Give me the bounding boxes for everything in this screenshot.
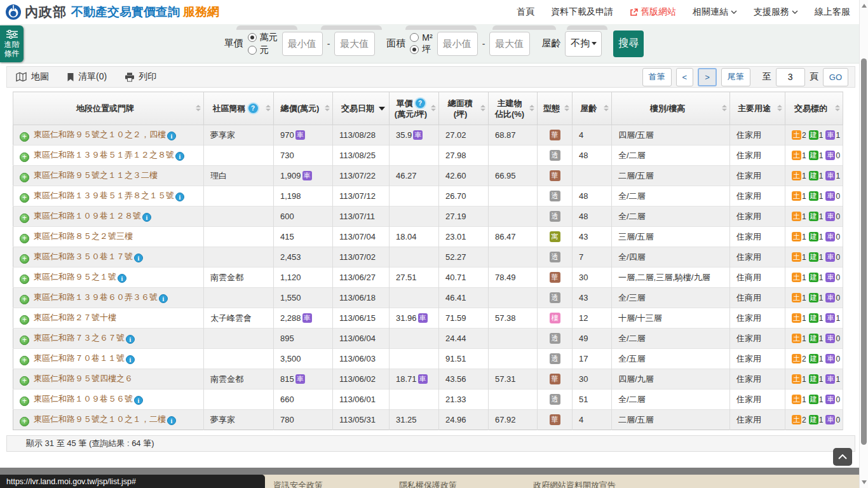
address-text[interactable]: 東區仁和路８５之２號三樓 (34, 231, 133, 241)
column-header[interactable]: 交易標的 (785, 92, 843, 125)
info-icon[interactable]: i (134, 254, 143, 262)
address-text[interactable]: 東區仁和路７３之６７號 (34, 333, 125, 342)
info-icon[interactable]: i (167, 132, 176, 140)
page-number-input[interactable] (776, 68, 805, 86)
map-view-button[interactable]: 地圖 (16, 71, 49, 83)
scroll-down-arrow-icon[interactable] (862, 480, 867, 484)
back-to-top-button[interactable] (833, 448, 852, 466)
go-button[interactable]: GO (823, 68, 848, 86)
scroll-up-arrow-icon[interactable] (862, 4, 867, 8)
expand-row-icon[interactable]: + (20, 254, 29, 264)
expand-row-icon[interactable]: + (20, 315, 29, 325)
expand-row-icon[interactable]: + (20, 396, 29, 406)
address-text[interactable]: 東區仁和路９５號之１０之２，四樓 (34, 130, 166, 139)
prev-page-button[interactable]: < (676, 68, 694, 86)
nav-item[interactable]: 支援服務 (754, 6, 798, 18)
community-cell: 南雲金都 (204, 369, 274, 390)
area-unit-option[interactable]: M² (410, 32, 432, 43)
main-building-ratio-cell (489, 329, 538, 349)
parking-included-badge: 車 (302, 313, 312, 323)
nav-item[interactable]: 首頁 (517, 6, 534, 18)
community-cell (204, 349, 274, 369)
column-header[interactable]: 主要用途 (730, 92, 785, 125)
column-header[interactable]: 社區簡稱? (204, 92, 274, 125)
info-icon[interactable]: i (126, 355, 135, 364)
unit-price-max-input[interactable] (334, 32, 375, 56)
info-icon[interactable]: i (175, 193, 184, 201)
column-header[interactable]: 單價?(萬元/坪) (390, 92, 439, 125)
age-select[interactable]: 不拘 (565, 31, 602, 57)
column-header[interactable]: 型態 (538, 92, 573, 125)
address-text[interactable]: 東區仁和路２７號十樓 (34, 313, 116, 322)
last-page-button[interactable]: 尾筆 (721, 68, 750, 86)
info-icon[interactable]: i (134, 396, 143, 405)
deal-targets-cell: 土1建1車0 (785, 268, 843, 288)
saved-list-button[interactable]: 清單(0) (67, 71, 107, 83)
expand-row-icon[interactable]: + (20, 214, 29, 223)
expand-row-icon[interactable]: + (20, 336, 29, 345)
print-button[interactable]: 列印 (125, 71, 156, 83)
expand-row-icon[interactable]: + (20, 274, 29, 284)
unit-price-unit-option[interactable]: 元 (248, 44, 278, 56)
nav-item[interactable]: 資料下載及申請 (551, 6, 613, 18)
column-header[interactable]: 交易日期 (333, 92, 390, 125)
building-type-cell: 透 (538, 288, 573, 308)
address-text[interactable]: 東區仁和路１０９巷１２８號 (34, 211, 141, 220)
expand-row-icon[interactable]: + (20, 152, 29, 162)
address-text[interactable]: 東區仁和路９５號之１０之１，二樓 (34, 414, 166, 424)
address-text[interactable]: 東區仁和路９５之１號 (34, 272, 116, 281)
search-button[interactable]: 搜尋 (613, 30, 644, 57)
expand-row-icon[interactable]: + (20, 417, 29, 426)
unit-price-min-input[interactable] (282, 32, 323, 56)
area-max-input[interactable] (489, 32, 530, 56)
info-icon[interactable]: i (118, 274, 126, 283)
address-text[interactable]: 東區仁和路１３９巷６０弄３６號 (34, 292, 158, 302)
nav-item[interactable]: 相關連結 (693, 6, 737, 18)
address-text[interactable]: 東區仁和路１３９巷５１弄８之１５號 (34, 191, 174, 200)
help-icon[interactable]: ? (416, 98, 425, 108)
first-page-button[interactable]: 首筆 (642, 68, 672, 86)
vertical-scrollbar[interactable] (859, 0, 868, 488)
address-text[interactable]: 東區仁和路１０９巷５６號 (34, 394, 133, 403)
footer-link[interactable]: 隱私權保護政策 (399, 480, 457, 488)
unit-price-unit-option[interactable]: 萬元 (248, 32, 278, 43)
info-icon[interactable]: i (167, 416, 176, 425)
footer-link[interactable]: 資訊安全政策 (273, 480, 323, 488)
help-icon[interactable]: ? (248, 104, 258, 113)
address-text[interactable]: 東區仁和路９５號四樓之６ (34, 374, 133, 383)
column-header[interactable]: 總價(萬元) (274, 92, 333, 125)
nav-item[interactable]: 舊版網站 (630, 6, 676, 18)
advanced-conditions-button[interactable]: 進階 條件 (0, 25, 24, 62)
info-icon[interactable]: i (175, 152, 184, 161)
footer-link[interactable]: 政府網站資料開放宣告 (533, 480, 616, 488)
column-header[interactable]: 主建物佔比(%) (489, 92, 538, 125)
expand-row-icon[interactable]: + (20, 234, 29, 243)
info-icon[interactable]: i (126, 335, 135, 344)
next-page-button[interactable]: > (698, 68, 717, 86)
deal-building-badge: 建 (809, 171, 818, 180)
date-cell: 113/07/22 (333, 166, 390, 186)
column-header[interactable]: 地段位置或門牌 (13, 92, 204, 125)
address-text[interactable]: 東區仁和路３５０巷１７號 (34, 252, 133, 261)
address-text[interactable]: 東區仁和路１３９巷５１弄１２之８號 (34, 150, 174, 159)
expand-row-icon[interactable]: + (20, 173, 29, 182)
column-header[interactable]: 樓別/樓高 (612, 92, 730, 125)
info-icon[interactable]: i (142, 213, 151, 222)
expand-row-icon[interactable]: + (20, 356, 29, 365)
column-header[interactable]: 屋齡 (573, 92, 612, 125)
address-text[interactable]: 東區仁和路９５號之１１之３二樓 (34, 170, 158, 180)
address-text[interactable]: 東區仁和路７０巷１１號 (34, 353, 125, 363)
deal-parking-badge: 車 (825, 171, 835, 180)
expand-row-icon[interactable]: + (20, 295, 29, 304)
scrollbar-thumb[interactable] (861, 58, 867, 445)
nav-item[interactable]: 線上客服 (815, 6, 850, 18)
deal-targets-cell: 土2建1車1 (785, 125, 843, 146)
area-min-input[interactable] (437, 32, 478, 56)
column-header[interactable]: 總面積(坪) (439, 92, 489, 125)
expand-row-icon[interactable]: + (20, 193, 29, 203)
expand-row-icon[interactable]: + (20, 376, 29, 386)
site-brand[interactable]: 內政部 不動產交易實價查詢 服務網 (5, 3, 219, 21)
area-unit-option[interactable]: 坪 (410, 44, 432, 55)
expand-row-icon[interactable]: + (20, 132, 29, 142)
info-icon[interactable]: i (159, 294, 168, 303)
